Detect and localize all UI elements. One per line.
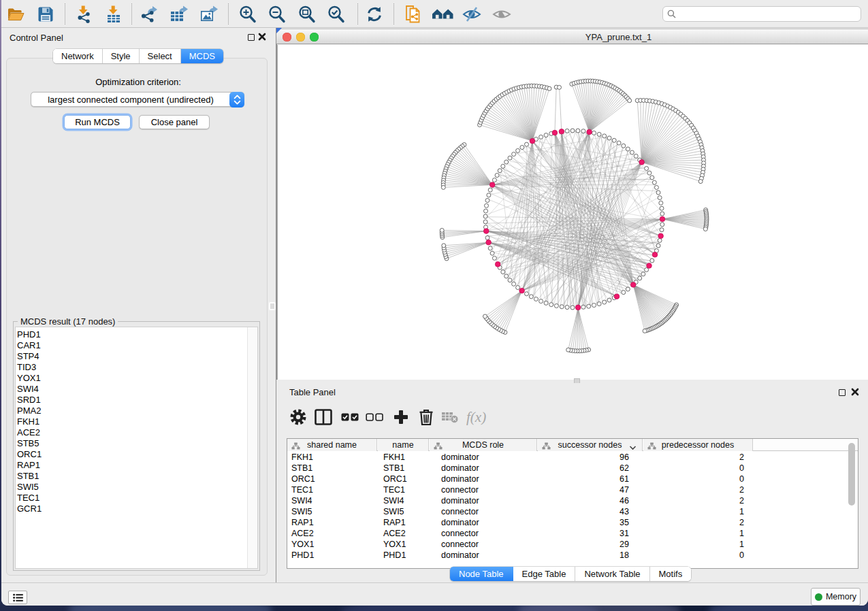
graph-hub-node[interactable] (652, 252, 658, 258)
table-row-ORC1[interactable]: ORC1ORC1dominator610 (287, 474, 858, 484)
network-canvas[interactable] (277, 45, 868, 380)
mcds-result-list[interactable]: PHD1CAR1STP4TID3YOX1SWI4SRD1PMA2FKH1ACE2… (15, 327, 258, 569)
graph-leaf-node[interactable] (628, 99, 632, 103)
mcds-result-item[interactable]: PHD1 (17, 329, 42, 340)
mcds-result-item[interactable]: STB5 (17, 438, 42, 449)
graph-ring-node[interactable] (660, 212, 664, 216)
table-settings-button[interactable] (287, 406, 309, 428)
import-network-button[interactable] (72, 3, 95, 25)
table-panel-close-icon[interactable] (851, 388, 859, 396)
graph-hub-node[interactable] (647, 263, 652, 269)
table-panel-float-button[interactable] (839, 389, 846, 396)
mcds-result-item[interactable]: GCR1 (17, 503, 42, 514)
traffic-light-minimize-button[interactable] (296, 33, 305, 42)
graph-hub-node[interactable] (614, 294, 620, 299)
graph-ring-node[interactable] (529, 295, 533, 299)
graph-ring-node[interactable] (508, 278, 512, 282)
table-row-RAP1[interactable]: RAP1RAP1dominator352 (287, 517, 858, 528)
graph-ring-node[interactable] (612, 138, 616, 142)
graph-ring-node[interactable] (652, 180, 656, 184)
graph-ring-node[interactable] (534, 297, 538, 301)
graph-ring-node[interactable] (483, 214, 487, 218)
graph-ring-node[interactable] (626, 147, 630, 151)
graph-leaf-node[interactable] (558, 85, 562, 89)
graph-ring-node[interactable] (560, 305, 564, 309)
graph-ring-node[interactable] (656, 244, 660, 248)
tab-network-table[interactable]: Network Table (575, 567, 649, 581)
graph-ring-node[interactable] (660, 206, 664, 210)
graph-ring-node[interactable] (634, 154, 638, 158)
criterion-dropdown[interactable]: largest connected component (undirected) (31, 92, 244, 107)
mcds-result-item[interactable]: STB1 (17, 471, 42, 482)
graph-ring-node[interactable] (504, 160, 509, 164)
graph-leaf-node[interactable] (441, 185, 445, 189)
graph-hub-node[interactable] (658, 233, 664, 239)
mcds-result-item[interactable]: PMA2 (17, 406, 42, 416)
graph-ring-node[interactable] (638, 276, 642, 280)
mcds-result-item[interactable]: TEC1 (17, 493, 42, 503)
graph-ring-node[interactable] (512, 282, 516, 286)
graph-leaf-node[interactable] (566, 348, 570, 352)
graph-ring-node[interactable] (516, 148, 520, 152)
graph-ring-node[interactable] (485, 236, 489, 240)
graph-hub-node[interactable] (660, 216, 665, 222)
traffic-light-close-button[interactable] (283, 33, 291, 42)
tab-motifs[interactable]: Motifs (650, 567, 692, 581)
control-panel-float-button[interactable] (248, 34, 255, 41)
tab-network[interactable]: Network (53, 49, 103, 63)
graph-leaf-node[interactable] (442, 244, 446, 248)
graph-ring-node[interactable] (626, 287, 630, 291)
graph-ring-node[interactable] (659, 201, 663, 205)
graph-hub-node[interactable] (630, 282, 636, 288)
mcds-result-item[interactable]: CAR1 (17, 340, 42, 351)
graph-ring-node[interactable] (544, 301, 548, 305)
graph-hub-node[interactable] (639, 160, 645, 165)
graph-leaf-node[interactable] (703, 227, 707, 231)
close-panel-button[interactable]: Close panel (139, 115, 210, 129)
graph-ring-node[interactable] (501, 164, 505, 168)
zoom-selected-button[interactable] (325, 3, 348, 25)
graph-hub-node[interactable] (519, 288, 525, 293)
graph-leaf-node[interactable] (440, 229, 444, 233)
tab-edge-table[interactable]: Edge Table (513, 567, 576, 581)
graph-hub-node[interactable] (575, 305, 581, 310)
deselect-all-button[interactable] (364, 406, 385, 428)
graph-ring-node[interactable] (520, 146, 524, 150)
show-graphics-details-button[interactable] (431, 3, 454, 25)
zoom-in-button[interactable] (236, 3, 259, 25)
graph-ring-node[interactable] (516, 286, 520, 290)
graph-ring-node[interactable] (492, 256, 496, 260)
graph-ring-node[interactable] (607, 136, 611, 140)
table-scrollbar[interactable] (847, 443, 857, 552)
export-network-button[interactable] (138, 3, 161, 25)
graph-ring-node[interactable] (641, 272, 645, 276)
table-row-STB1[interactable]: STB1STB1dominator620 (287, 463, 858, 474)
graph-ring-node[interactable] (492, 178, 496, 182)
table-row-FKH1[interactable]: FKH1FKH1dominator962 (287, 452, 858, 463)
graph-ring-node[interactable] (576, 129, 580, 133)
column-header-predecessor_nodes[interactable]: predecessor nodes (643, 439, 753, 451)
graph-ring-node[interactable] (570, 306, 575, 310)
graph-ring-node[interactable] (508, 156, 512, 160)
graph-ring-node[interactable] (607, 298, 611, 302)
graph-ring-node[interactable] (488, 188, 492, 192)
graph-ring-node[interactable] (565, 306, 569, 310)
graph-ring-node[interactable] (485, 199, 489, 203)
graph-ring-node[interactable] (660, 222, 664, 227)
graph-hub-node[interactable] (552, 130, 558, 135)
graph-ring-node[interactable] (554, 304, 558, 308)
mcds-result-item[interactable]: SWI5 (17, 482, 42, 493)
graph-ring-node[interactable] (660, 228, 664, 232)
graph-hub-node[interactable] (530, 138, 535, 144)
graph-ring-node[interactable] (501, 270, 505, 274)
graph-ring-node[interactable] (656, 191, 660, 195)
search-box[interactable] (662, 6, 861, 22)
graph-ring-node[interactable] (654, 186, 658, 190)
graph-ring-node[interactable] (485, 203, 489, 208)
graph-ring-node[interactable] (495, 174, 499, 178)
graph-ring-node[interactable] (597, 302, 601, 306)
status-menu-button[interactable] (8, 591, 27, 604)
graph-ring-node[interactable] (587, 304, 591, 308)
table-scrollbar-thumb[interactable] (848, 443, 855, 506)
mcds-result-item[interactable]: TID3 (17, 362, 42, 373)
